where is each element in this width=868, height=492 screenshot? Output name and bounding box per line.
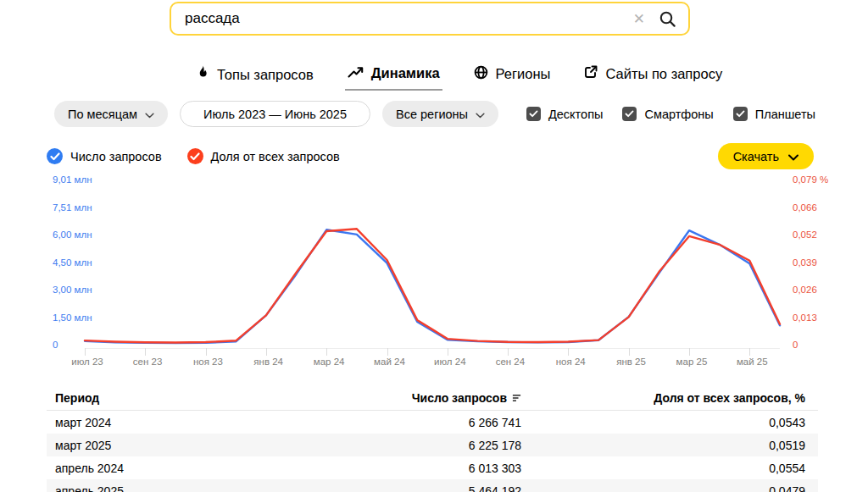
checkbox-checked-icon — [622, 107, 637, 121]
tab-sites-by-query[interactable]: Сайты по запросу — [581, 65, 725, 91]
table-header-period: Период — [47, 391, 305, 405]
legend-check-icon-blue — [47, 148, 63, 164]
cell-period: апрель 2024 — [47, 462, 305, 475]
x-tick-label: сен 23 — [133, 357, 162, 367]
x-axis-tick — [689, 348, 690, 356]
tab-label: Динамика — [371, 65, 440, 81]
y-tick-label: 0 — [793, 339, 828, 351]
y-tick-label: 0,026 — [793, 284, 828, 296]
table-header-share: Доля от всех запросов, % — [521, 391, 818, 405]
y-tick-label: 0,052 — [793, 229, 828, 240]
cell-count: 6 013 303 — [305, 462, 521, 475]
external-link-icon — [584, 65, 598, 82]
period-range-button[interactable]: Июль 2023 — Июнь 2025 — [180, 101, 370, 127]
device-label: Десктопы — [548, 108, 603, 121]
cell-count: 6 225 178 — [305, 439, 521, 452]
tab-label: Топы запросов — [217, 67, 314, 83]
table-header-count[interactable]: Число запросов — [305, 391, 521, 405]
x-tick-label: ноя 24 — [556, 357, 586, 367]
download-label: Скачать — [733, 150, 779, 163]
tab-regions[interactable]: Регионы — [471, 65, 554, 92]
x-axis-tick — [266, 348, 267, 356]
tab-top-queries[interactable]: Топы запросов — [194, 65, 316, 93]
chevron-down-icon — [788, 150, 798, 163]
group-by-label: По месяцам — [68, 108, 137, 121]
legend-row: Число запросов Доля от всех запросов Ска… — [47, 143, 814, 169]
table-row: март 2024 6 266 741 0,0543 — [47, 411, 818, 434]
x-axis-tick — [568, 348, 569, 356]
y-tick-label: 0,079 % — [793, 174, 828, 185]
globe-icon — [474, 65, 488, 83]
chart-plot[interactable] — [85, 180, 780, 345]
flame-icon — [197, 65, 209, 84]
legend-label: Число запросов — [70, 150, 162, 163]
x-axis-line — [85, 348, 780, 349]
y-tick-label: 0,039 — [793, 257, 828, 268]
device-label: Планшеты — [755, 108, 815, 121]
legend-item-share[interactable]: Доля от всех запросов — [187, 148, 340, 164]
y-tick-label: 0,013 — [793, 312, 828, 323]
checkbox-checked-icon — [526, 107, 541, 121]
wordstat-page: ✕ Топы запросов Динамика Регионы — [0, 0, 868, 492]
search-icon[interactable] — [659, 10, 676, 28]
x-tick-label: янв 25 — [616, 357, 646, 367]
search-bar: ✕ — [170, 2, 690, 36]
cell-share: 0,0519 — [521, 439, 818, 452]
x-tick-label: ноя 23 — [193, 357, 223, 367]
cell-period: март 2024 — [47, 416, 305, 429]
table-header-count-label: Число запросов — [412, 391, 507, 405]
regions-dropdown[interactable]: Все регионы — [382, 101, 498, 127]
table-header-row: Период Число запросов Доля от всех запро… — [47, 385, 818, 411]
stats-table: Период Число запросов Доля от всех запро… — [47, 385, 818, 492]
device-checkbox-desktops[interactable]: Десктопы — [526, 107, 603, 121]
clear-search-icon[interactable]: ✕ — [633, 12, 645, 26]
x-tick-label: мар 25 — [676, 357, 708, 367]
cell-count: 5 464 192 — [305, 484, 521, 492]
table-row: апрель 2025 5 464 192 0,0479 — [47, 479, 818, 492]
device-checkbox-tablets[interactable]: Планшеты — [733, 107, 815, 121]
table-row: март 2025 6 225 178 0,0519 — [47, 434, 818, 456]
x-axis-tick — [326, 348, 327, 356]
cell-share: 0,0554 — [521, 462, 818, 475]
x-tick-label: янв 24 — [253, 357, 283, 367]
x-tick-label: май 25 — [737, 357, 768, 367]
regions-label: Все регионы — [396, 108, 468, 121]
search-input[interactable] — [185, 10, 633, 27]
tab-label: Сайты по запросу — [605, 66, 722, 82]
legend-item-query-count[interactable]: Число запросов — [47, 148, 162, 164]
x-axis-tick — [387, 348, 388, 356]
x-axis-tick — [749, 348, 750, 356]
download-button[interactable]: Скачать — [718, 143, 814, 169]
x-axis-tick — [145, 348, 146, 356]
x-axis-tick — [508, 348, 509, 356]
device-checkbox-smartphones[interactable]: Смартфоны — [622, 107, 713, 121]
x-tick-label: мар 24 — [314, 357, 345, 367]
cell-period: март 2025 — [47, 439, 305, 452]
tabs-nav: Топы запросов Динамика Регионы Сайты по … — [194, 65, 725, 93]
tab-label: Регионы — [496, 66, 551, 82]
chart-svg — [85, 180, 780, 345]
x-tick-label: май 24 — [374, 357, 405, 367]
cell-share: 0,0543 — [521, 416, 818, 429]
tab-dynamics[interactable]: Динамика — [345, 65, 442, 91]
trend-up-icon — [348, 65, 364, 81]
chevron-down-icon — [145, 108, 154, 121]
filter-row: По месяцам Июль 2023 — Июнь 2025 Все рег… — [54, 101, 815, 127]
cell-share: 0,0479 — [521, 484, 818, 492]
y-axis-right: 0,079 % 0,066 0,052 0,039 0,026 0,013 0 — [793, 174, 828, 351]
chevron-down-icon — [476, 108, 485, 121]
x-axis-tick — [206, 348, 207, 356]
y-tick-label: 0,066 — [793, 202, 828, 213]
group-by-dropdown[interactable]: По месяцам — [54, 101, 168, 127]
x-tick-label: июл 23 — [71, 357, 103, 367]
legend-label: Доля от всех запросов — [211, 150, 340, 163]
legend-check-icon-red — [187, 148, 203, 164]
x-tick-label: сен 24 — [496, 357, 525, 367]
checkbox-checked-icon — [733, 107, 748, 121]
cell-count: 6 266 741 — [305, 416, 521, 429]
sort-icon — [512, 391, 521, 405]
x-tick-label: июл 24 — [434, 357, 466, 367]
device-toggles: Десктопы Смартфоны Планшеты — [526, 107, 815, 121]
device-label: Смартфоны — [644, 108, 713, 121]
cell-period: апрель 2025 — [47, 484, 305, 492]
